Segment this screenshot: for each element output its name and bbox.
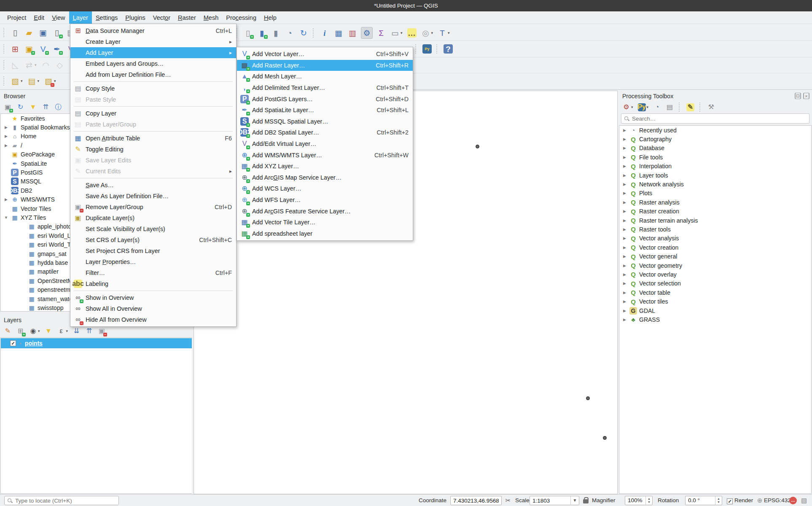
tree-item-layer-tools[interactable]: ▶QLayer tools xyxy=(619,171,811,180)
expand-arrow-icon[interactable]: ▶ xyxy=(622,173,627,178)
tree-item-vector-creation[interactable]: ▶QVector creation xyxy=(619,243,811,252)
expand-arrow-icon[interactable]: ▶ xyxy=(622,227,627,231)
menu-item-add-layer[interactable]: Add Layer▸ xyxy=(70,47,236,58)
tree-item-vector-general[interactable]: ▶QVector general xyxy=(619,252,811,261)
processing-search-input[interactable] xyxy=(632,116,807,122)
expand-arrow-icon[interactable]: ▶ xyxy=(622,272,627,277)
tree-item-recently-used[interactable]: ▶◔Recently used xyxy=(619,126,811,135)
show-statistics-button[interactable]: Σ xyxy=(376,27,387,38)
expand-arrow-icon[interactable]: ▶ xyxy=(622,254,627,258)
expand-arrow-icon[interactable]: ▶ xyxy=(622,155,627,159)
coordinate-input[interactable] xyxy=(450,496,502,505)
identify-features-button[interactable]: i xyxy=(319,27,330,38)
scale-feature-button[interactable]: ◺ xyxy=(10,59,21,70)
scale-combobox[interactable]: 1:1803 ▼ xyxy=(530,496,579,505)
menu-item-save-as-layer-definition-file[interactable]: Save As Layer Definition File… xyxy=(70,191,236,202)
menu-item-set-crs-of-layer-s[interactable]: Set CRS of Layer(s)Ctrl+Shift+C xyxy=(70,234,236,245)
measure-button[interactable]: ▭▾ xyxy=(390,27,403,38)
expand-arrow-icon[interactable]: ▶ xyxy=(622,182,627,186)
dropdown-arrow-icon[interactable]: ▾ xyxy=(35,63,37,67)
expand-arrow-icon[interactable]: ▶ xyxy=(622,291,627,295)
menu-project[interactable]: Project xyxy=(3,11,30,24)
toolbar-drag-handle[interactable] xyxy=(3,60,6,70)
locate-box[interactable] xyxy=(4,496,119,505)
menu-item-add-spatialite-layer[interactable]: ✒+Add SpatiaLite Layer…Ctrl+Shift+L xyxy=(237,105,413,116)
menu-item-layer-properties[interactable]: Layer Properties… xyxy=(70,256,236,267)
menu-item-add-vector-layer[interactable]: V+Add Vector Layer…Ctrl+Shift+V xyxy=(237,48,413,60)
menu-item-paste-layer-group[interactable]: ▤Paste Layer/Group xyxy=(70,119,236,130)
tree-item-vector-analysis[interactable]: ▶QVector analysis xyxy=(619,234,811,243)
magnifier-spinbox[interactable]: 100% ▲▼ xyxy=(625,496,653,505)
menu-item-remove-layer-group[interactable]: ▣−Remove Layer/GroupCtrl+D xyxy=(70,202,236,213)
processing-search-box[interactable] xyxy=(621,113,809,124)
tree-item-database[interactable]: ▶QDatabase xyxy=(619,144,811,153)
help-contents-button[interactable]: ? xyxy=(443,43,454,54)
menu-item-set-scale-visibility-of-layer-s[interactable]: Set Scale Visibility of Layer(s) xyxy=(70,223,236,234)
refresh-map-button[interactable]: ↻ xyxy=(298,27,309,38)
collapse-arrow-icon[interactable]: ▼ xyxy=(3,215,9,220)
statistical-summary-button[interactable]: ▥ xyxy=(347,27,358,38)
tree-item-vector-overlay[interactable]: ▶QVector overlay xyxy=(619,270,811,279)
expand-all-button[interactable]: ⇊ xyxy=(72,327,81,336)
properties-info-button[interactable]: ⓘ xyxy=(54,103,63,112)
expand-arrow-icon[interactable]: ▶ xyxy=(622,245,627,250)
menu-item-show-all-in-overview[interactable]: ∞Show All in Overview xyxy=(70,303,236,314)
open-project-button[interactable]: ▰ xyxy=(24,27,35,38)
locate-input[interactable] xyxy=(15,498,116,504)
menu-item-add-raster-layer[interactable]: ▩+Add Raster Layer…Ctrl+Shift+R xyxy=(237,60,413,71)
reshape-features-button[interactable]: ◇ xyxy=(54,59,65,70)
move-feature-button[interactable]: ⇄▾ xyxy=(24,59,38,70)
close-panel-button[interactable]: × xyxy=(803,93,809,99)
menu-item-add-wcs-layer[interactable]: ⊕+Add WCS Layer… xyxy=(237,183,413,194)
new-annotation-button[interactable]: ◎▾ xyxy=(420,27,434,38)
map-theme-button[interactable]: ▧ xyxy=(800,497,808,504)
history-button[interactable]: ◔ xyxy=(653,103,661,112)
save-project-button[interactable]: ▣ xyxy=(38,27,48,38)
layer-item-points[interactable]: ✓●points xyxy=(1,338,192,348)
deselect-all-button[interactable]: ▧−▾ xyxy=(43,75,57,86)
options-wrench-button[interactable]: ⚒ xyxy=(707,103,715,112)
menu-view[interactable]: View xyxy=(48,11,69,24)
expand-arrow-icon[interactable]: ▶ xyxy=(622,164,627,168)
tree-item-vector-tiles[interactable]: ▶QVector tiles xyxy=(619,297,811,306)
menu-item-duplicate-layer-s[interactable]: ▣Duplicate Layer(s) xyxy=(70,213,236,223)
styling-dock-button[interactable]: ✎ xyxy=(3,327,12,336)
filter-legend-button[interactable]: ▼ xyxy=(44,327,53,336)
menu-item-copy-layer[interactable]: ▤Copy Layer xyxy=(70,108,236,119)
text-annotation-button[interactable]: T▾ xyxy=(437,27,451,38)
offset-curve-button[interactable]: ◠ xyxy=(40,59,51,70)
expand-arrow-icon[interactable]: ▶ xyxy=(622,299,627,304)
menu-item-paste-style[interactable]: ▤Paste Style xyxy=(70,94,236,105)
spinner-arrows-icon[interactable]: ▲▼ xyxy=(715,496,722,505)
expand-arrow-icon[interactable]: ▶ xyxy=(622,191,627,195)
map-tips-button[interactable]: … xyxy=(406,27,417,38)
select-rectangle-button[interactable]: ▧▾ xyxy=(10,75,24,86)
expand-arrow-icon[interactable]: ▶ xyxy=(622,236,627,240)
menu-item-save-as[interactable]: Save As… xyxy=(70,180,236,191)
refresh-button[interactable]: ↻ xyxy=(16,103,25,112)
dropdown-arrow-icon[interactable]: ▾ xyxy=(647,105,649,109)
menu-item-create-layer[interactable]: Create Layer▸ xyxy=(70,36,236,47)
extents-toggle-button[interactable]: ✂ xyxy=(504,497,512,504)
toolbar-drag-handle[interactable] xyxy=(3,28,6,37)
menu-item-add-postgis-layers[interactable]: P+Add PostGIS Layers…Ctrl+Shift+D xyxy=(237,93,413,105)
undock-panel-button[interactable]: ⊡ xyxy=(795,93,801,99)
menu-plugins[interactable]: Plugins xyxy=(121,11,149,24)
menu-item-add-wms-wmts-layer[interactable]: ⊕+Add WMS/WMTS Layer…Ctrl+Shift+W xyxy=(237,149,413,161)
menu-item-add-mssql-spatial-layer[interactable]: S+Add MSSQL Spatial Layer… xyxy=(237,116,413,127)
expand-arrow-icon[interactable]: ▶ xyxy=(622,146,627,150)
expand-arrow-icon[interactable]: ▶ xyxy=(622,128,627,132)
dropdown-arrow-icon[interactable]: ▾ xyxy=(66,329,68,333)
menu-item-embed-layers-and-groups[interactable]: Embed Layers and Groups… xyxy=(70,58,236,69)
toolbar-drag-handle[interactable] xyxy=(3,76,6,86)
menu-item-save-layer-edits[interactable]: ▣Save Layer Edits xyxy=(70,155,236,166)
menu-item-set-project-crs-from-layer[interactable]: Set Project CRS from Layer xyxy=(70,245,236,256)
menu-item-labeling[interactable]: abcLabeling xyxy=(70,278,236,289)
new-map-view-button[interactable]: ▯+ xyxy=(242,27,253,38)
menu-item-show-in-overview[interactable]: ∞+Show in Overview xyxy=(70,292,236,303)
expand-arrow-icon[interactable]: ▶ xyxy=(622,209,627,213)
menu-item-add-mesh-layer[interactable]: ▲+Add Mesh Layer… xyxy=(237,71,413,82)
dropdown-arrow-icon[interactable]: ▾ xyxy=(21,79,23,83)
menu-item-open-attribute-table[interactable]: ▦Open Attribute TableF6 xyxy=(70,133,236,144)
menu-item-hide-all-from-overview[interactable]: ∞−Hide All from Overview xyxy=(70,314,236,325)
